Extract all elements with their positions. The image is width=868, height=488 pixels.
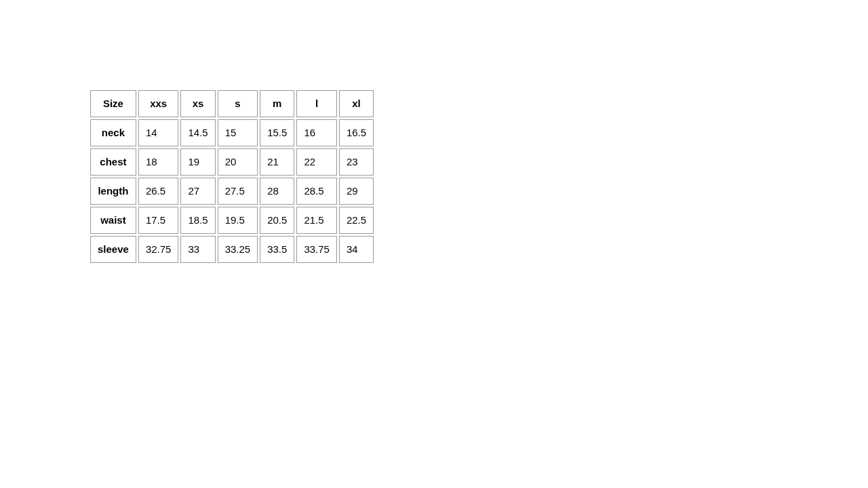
cell: 21.5 bbox=[296, 207, 337, 234]
header-m: m bbox=[260, 90, 294, 117]
header-l: l bbox=[296, 90, 337, 117]
cell: 33 bbox=[180, 236, 215, 263]
cell: 27 bbox=[180, 178, 215, 205]
cell: 22 bbox=[296, 148, 337, 176]
cell: 21 bbox=[260, 148, 294, 176]
cell: 23 bbox=[339, 148, 374, 176]
table-row: chest 18 19 20 21 22 23 bbox=[90, 148, 374, 176]
cell: 14.5 bbox=[180, 119, 215, 146]
header-size: Size bbox=[90, 90, 136, 117]
cell: 34 bbox=[339, 236, 374, 263]
cell: 33.25 bbox=[218, 236, 258, 263]
cell: 32.75 bbox=[138, 236, 179, 263]
table-row: length 26.5 27 27.5 28 28.5 29 bbox=[90, 178, 374, 205]
table-row: neck 14 14.5 15 15.5 16 16.5 bbox=[90, 119, 374, 146]
row-label-chest: chest bbox=[90, 148, 136, 176]
cell: 15.5 bbox=[260, 119, 294, 146]
size-chart-container: Size xxs xs s m l xl neck 14 14.5 15 15.… bbox=[88, 88, 376, 265]
cell: 33.5 bbox=[260, 236, 294, 263]
cell: 28 bbox=[260, 178, 294, 205]
cell: 29 bbox=[339, 178, 374, 205]
cell: 26.5 bbox=[138, 178, 179, 205]
header-s: s bbox=[218, 90, 258, 117]
cell: 18.5 bbox=[180, 207, 215, 234]
row-label-neck: neck bbox=[90, 119, 136, 146]
cell: 19.5 bbox=[218, 207, 258, 234]
cell: 19 bbox=[180, 148, 215, 176]
size-chart-table: Size xxs xs s m l xl neck 14 14.5 15 15.… bbox=[88, 88, 376, 265]
cell: 28.5 bbox=[296, 178, 337, 205]
header-xs: xs bbox=[180, 90, 215, 117]
cell: 22.5 bbox=[339, 207, 374, 234]
table-row: waist 17.5 18.5 19.5 20.5 21.5 22.5 bbox=[90, 207, 374, 234]
cell: 33.75 bbox=[296, 236, 337, 263]
table-header-row: Size xxs xs s m l xl bbox=[90, 90, 374, 117]
cell: 14 bbox=[138, 119, 179, 146]
cell: 16 bbox=[296, 119, 337, 146]
row-label-length: length bbox=[90, 178, 136, 205]
cell: 18 bbox=[138, 148, 179, 176]
cell: 17.5 bbox=[138, 207, 179, 234]
cell: 20 bbox=[218, 148, 258, 176]
row-label-waist: waist bbox=[90, 207, 136, 234]
cell: 20.5 bbox=[260, 207, 294, 234]
header-xl: xl bbox=[339, 90, 374, 117]
cell: 27.5 bbox=[218, 178, 258, 205]
row-label-sleeve: sleeve bbox=[90, 236, 136, 263]
header-xxs: xxs bbox=[138, 90, 179, 117]
table-row: sleeve 32.75 33 33.25 33.5 33.75 34 bbox=[90, 236, 374, 263]
cell: 16.5 bbox=[339, 119, 374, 146]
cell: 15 bbox=[218, 119, 258, 146]
